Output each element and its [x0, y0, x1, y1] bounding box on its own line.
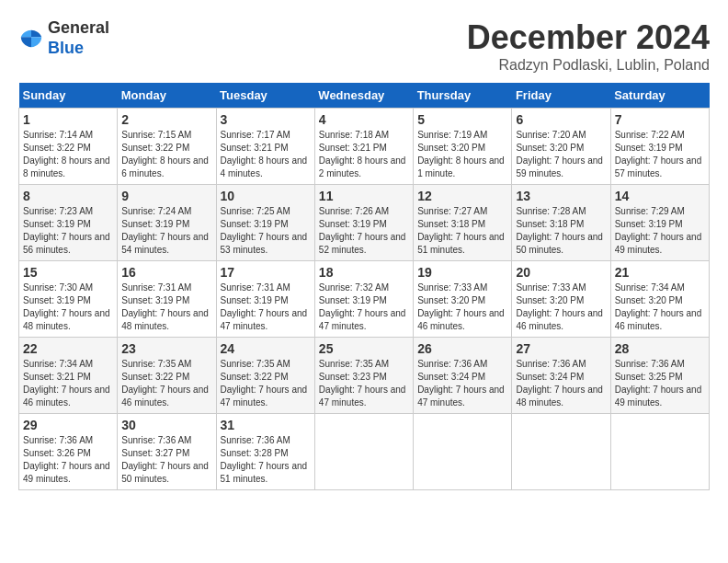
day-number: 1: [23, 112, 113, 127]
calendar-cell: 12 Sunrise: 7:27 AMSunset: 3:18 PMDaylig…: [414, 185, 512, 261]
day-number: 13: [516, 189, 606, 203]
weekday-header-saturday: Saturday: [610, 83, 709, 109]
day-info: Sunrise: 7:23 AMSunset: 3:19 PMDaylight:…: [23, 206, 110, 255]
day-info: Sunrise: 7:36 AMSunset: 3:24 PMDaylight:…: [417, 359, 505, 408]
day-info: Sunrise: 7:26 AMSunset: 3:19 PMDaylight:…: [319, 206, 406, 255]
day-info: Sunrise: 7:31 AMSunset: 3:19 PMDaylight:…: [121, 282, 209, 331]
day-number: 24: [221, 341, 311, 356]
day-info: Sunrise: 7:30 AMSunset: 3:19 PMDaylight:…: [23, 282, 110, 331]
weekday-header-row: SundayMondayTuesdayWednesdayThursdayFrid…: [19, 83, 710, 109]
day-number: 6: [516, 112, 606, 127]
day-info: Sunrise: 7:36 AMSunset: 3:25 PMDaylight:…: [615, 359, 702, 408]
calendar-cell: 27 Sunrise: 7:36 AMSunset: 3:24 PMDaylig…: [512, 338, 610, 414]
calendar-cell: 13 Sunrise: 7:28 AMSunset: 3:18 PMDaylig…: [512, 185, 610, 261]
logo: General Blue: [18, 18, 109, 58]
week-row-5: 29 Sunrise: 7:36 AMSunset: 3:26 PMDaylig…: [19, 414, 710, 490]
day-number: 14: [615, 189, 705, 203]
calendar-cell: 5 Sunrise: 7:19 AMSunset: 3:20 PMDayligh…: [414, 109, 512, 185]
day-number: 29: [23, 418, 113, 432]
weekday-header-thursday: Thursday: [414, 83, 512, 109]
day-number: 25: [319, 341, 409, 356]
calendar-cell: 26 Sunrise: 7:36 AMSunset: 3:24 PMDaylig…: [414, 338, 512, 414]
day-number: 18: [319, 265, 409, 280]
day-number: 19: [417, 265, 507, 280]
calendar-cell: 3 Sunrise: 7:17 AMSunset: 3:21 PMDayligh…: [216, 109, 314, 185]
day-number: 8: [23, 189, 113, 203]
calendar-cell: 4 Sunrise: 7:18 AMSunset: 3:21 PMDayligh…: [314, 109, 413, 185]
logo-general: General: [48, 18, 109, 37]
week-row-3: 15 Sunrise: 7:30 AMSunset: 3:19 PMDaylig…: [19, 261, 710, 338]
calendar-cell: 16 Sunrise: 7:31 AMSunset: 3:19 PMDaylig…: [118, 261, 216, 338]
day-number: 23: [121, 341, 211, 356]
calendar-cell: 30 Sunrise: 7:36 AMSunset: 3:27 PMDaylig…: [118, 414, 216, 490]
calendar-cell: 31 Sunrise: 7:36 AMSunset: 3:28 PMDaylig…: [216, 414, 314, 490]
month-title: December 2024: [467, 18, 710, 57]
day-number: 21: [615, 265, 705, 280]
calendar-cell: 18 Sunrise: 7:32 AMSunset: 3:19 PMDaylig…: [314, 261, 413, 338]
calendar-cell: 7 Sunrise: 7:22 AMSunset: 3:19 PMDayligh…: [610, 109, 709, 185]
page-header: General Blue December 2024 Radzyn Podlas…: [18, 18, 710, 74]
calendar-cell: [512, 414, 610, 490]
day-info: Sunrise: 7:14 AMSunset: 3:22 PMDaylight:…: [23, 130, 110, 178]
day-number: 9: [121, 189, 211, 203]
day-info: Sunrise: 7:32 AMSunset: 3:19 PMDaylight:…: [319, 282, 406, 331]
day-info: Sunrise: 7:29 AMSunset: 3:19 PMDaylight:…: [615, 206, 702, 255]
day-number: 12: [417, 189, 507, 203]
day-number: 5: [417, 112, 507, 127]
logo-blue: Blue: [48, 39, 84, 57]
calendar-cell: 11 Sunrise: 7:26 AMSunset: 3:19 PMDaylig…: [314, 185, 413, 261]
day-info: Sunrise: 7:36 AMSunset: 3:24 PMDaylight:…: [516, 359, 603, 408]
calendar-cell: 24 Sunrise: 7:35 AMSunset: 3:22 PMDaylig…: [216, 338, 314, 414]
logo-text: General Blue: [48, 18, 109, 58]
weekday-header-monday: Monday: [118, 83, 216, 109]
calendar-cell: 14 Sunrise: 7:29 AMSunset: 3:19 PMDaylig…: [610, 185, 709, 261]
calendar-cell: 25 Sunrise: 7:35 AMSunset: 3:23 PMDaylig…: [314, 338, 413, 414]
day-number: 28: [615, 341, 705, 356]
calendar-cell: 17 Sunrise: 7:31 AMSunset: 3:19 PMDaylig…: [216, 261, 314, 338]
calendar-cell: [610, 414, 709, 490]
calendar-cell: 29 Sunrise: 7:36 AMSunset: 3:26 PMDaylig…: [19, 414, 118, 490]
day-number: 10: [221, 189, 311, 203]
day-number: 26: [417, 341, 507, 356]
day-info: Sunrise: 7:36 AMSunset: 3:28 PMDaylight:…: [221, 435, 308, 484]
calendar-cell: 21 Sunrise: 7:34 AMSunset: 3:20 PMDaylig…: [610, 261, 709, 338]
day-number: 31: [221, 418, 311, 432]
day-info: Sunrise: 7:33 AMSunset: 3:20 PMDaylight:…: [516, 282, 603, 331]
day-number: 17: [221, 265, 311, 280]
calendar-cell: 23 Sunrise: 7:35 AMSunset: 3:22 PMDaylig…: [118, 338, 216, 414]
day-number: 15: [23, 265, 113, 280]
day-info: Sunrise: 7:35 AMSunset: 3:23 PMDaylight:…: [319, 359, 406, 408]
day-number: 2: [121, 112, 211, 127]
day-info: Sunrise: 7:27 AMSunset: 3:18 PMDaylight:…: [417, 206, 505, 255]
week-row-1: 1 Sunrise: 7:14 AMSunset: 3:22 PMDayligh…: [19, 109, 710, 185]
calendar-cell: 20 Sunrise: 7:33 AMSunset: 3:20 PMDaylig…: [512, 261, 610, 338]
day-info: Sunrise: 7:36 AMSunset: 3:27 PMDaylight:…: [121, 435, 209, 484]
calendar-cell: 15 Sunrise: 7:30 AMSunset: 3:19 PMDaylig…: [19, 261, 118, 338]
calendar-cell: 1 Sunrise: 7:14 AMSunset: 3:22 PMDayligh…: [19, 109, 118, 185]
day-number: 30: [121, 418, 211, 432]
day-info: Sunrise: 7:31 AMSunset: 3:19 PMDaylight:…: [221, 282, 308, 331]
day-info: Sunrise: 7:28 AMSunset: 3:18 PMDaylight:…: [516, 206, 603, 255]
calendar-cell: 19 Sunrise: 7:33 AMSunset: 3:20 PMDaylig…: [414, 261, 512, 338]
weekday-header-sunday: Sunday: [19, 83, 118, 109]
title-block: December 2024 Radzyn Podlaski, Lublin, P…: [467, 18, 710, 74]
calendar-cell: 2 Sunrise: 7:15 AMSunset: 3:22 PMDayligh…: [118, 109, 216, 185]
day-info: Sunrise: 7:25 AMSunset: 3:19 PMDaylight:…: [221, 206, 308, 255]
calendar-cell: 9 Sunrise: 7:24 AMSunset: 3:19 PMDayligh…: [118, 185, 216, 261]
logo-icon: [18, 26, 44, 52]
week-row-4: 22 Sunrise: 7:34 AMSunset: 3:21 PMDaylig…: [19, 338, 710, 414]
calendar-cell: 28 Sunrise: 7:36 AMSunset: 3:25 PMDaylig…: [610, 338, 709, 414]
day-number: 11: [319, 189, 409, 203]
day-number: 3: [221, 112, 311, 127]
location-subtitle: Radzyn Podlaski, Lublin, Poland: [467, 57, 710, 74]
weekday-header-wednesday: Wednesday: [314, 83, 413, 109]
day-info: Sunrise: 7:35 AMSunset: 3:22 PMDaylight:…: [221, 359, 308, 408]
day-number: 22: [23, 341, 113, 356]
calendar-cell: 10 Sunrise: 7:25 AMSunset: 3:19 PMDaylig…: [216, 185, 314, 261]
day-info: Sunrise: 7:20 AMSunset: 3:20 PMDaylight:…: [516, 130, 603, 178]
day-info: Sunrise: 7:19 AMSunset: 3:20 PMDaylight:…: [417, 130, 505, 178]
day-info: Sunrise: 7:35 AMSunset: 3:22 PMDaylight:…: [121, 359, 209, 408]
day-info: Sunrise: 7:34 AMSunset: 3:21 PMDaylight:…: [23, 359, 110, 408]
calendar-cell: [314, 414, 413, 490]
day-number: 7: [615, 112, 705, 127]
